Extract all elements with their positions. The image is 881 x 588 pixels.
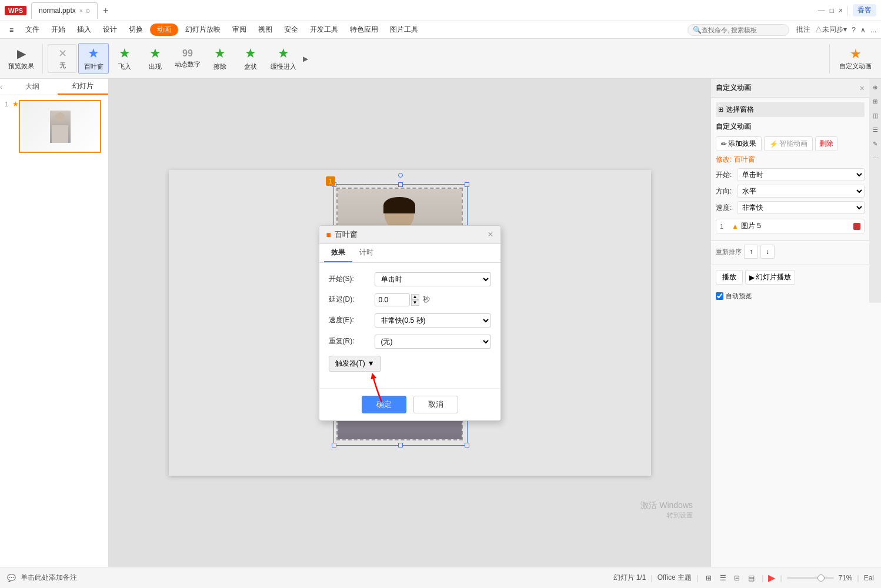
collapse-button[interactable]: ∧: [860, 26, 866, 34]
normal-view-button[interactable]: ⊞: [703, 572, 715, 584]
menu-extra: 批注 △未同步▾ ? ∧ ...: [796, 25, 876, 35]
anim-wipe[interactable]: ★ 擦除: [205, 44, 235, 74]
animation-options: ✕ 无 ★ 百叶窗 ★ 飞入 ★ 出现 99 动态数字 ★ 擦除 ★ 盒状 ★: [48, 43, 825, 74]
dialog-tab-timing[interactable]: 计时: [352, 244, 381, 262]
smart-anim-button[interactable]: ⚡ 智能动画: [764, 136, 813, 151]
menu-item-view[interactable]: 视图: [253, 24, 277, 36]
minimize-icon[interactable]: —: [818, 6, 825, 15]
sidebar-icon-2[interactable]: ⊞: [869, 95, 881, 107]
comment-button[interactable]: 批注: [796, 25, 810, 35]
slide-thumbnail[interactable]: [19, 100, 101, 153]
tab-close-icon[interactable]: ×: [79, 8, 83, 14]
outline-view-button[interactable]: ☰: [717, 572, 729, 584]
dialog-close-button[interactable]: ×: [488, 229, 493, 240]
dialog-tab-effect[interactable]: 效果: [324, 244, 352, 262]
anim-dynamic-num[interactable]: 99 动态数字: [171, 46, 204, 71]
sync-button[interactable]: △未同步▾: [815, 25, 847, 35]
file-tab[interactable]: normal.pptx × ⊙: [31, 2, 98, 19]
ok-button[interactable]: 确定: [362, 396, 406, 413]
toolbar-scroll-more[interactable]: ▶: [302, 55, 309, 63]
menu-item-security[interactable]: 安全: [279, 24, 303, 36]
delay-spin-down[interactable]: ▼: [411, 300, 419, 306]
menu-item-start[interactable]: 开始: [46, 24, 70, 36]
anim-slowin[interactable]: ★ 缓慢进入: [266, 44, 301, 74]
sidebar-icon-1[interactable]: ⊕: [869, 81, 881, 93]
menu-item-dev[interactable]: 开发工具: [305, 24, 343, 36]
speed-select[interactable]: 非常快(0.5 秒) 快速(1 秒) 中速(2 秒) 慢速(3 秒) 非常慢(5…: [375, 313, 491, 328]
menu-item-slideshow[interactable]: 幻灯片放映: [181, 24, 225, 36]
repeat-select[interactable]: (无) 2 3 4 直到下次单击 直到幻灯片末尾: [375, 335, 491, 349]
menu-item-picture[interactable]: 图片工具: [385, 24, 423, 36]
add-effect-button[interactable]: ✏ 添加效果: [716, 136, 762, 151]
right-panel-title: 自定义动画: [716, 83, 860, 93]
menu-item-design[interactable]: 设计: [98, 24, 122, 36]
animation-list-item[interactable]: 1 ▲ 图片 5: [716, 219, 865, 233]
main-layout: ‹ 大纲 幻灯片 1 ★: [0, 79, 881, 567]
slide-canvas[interactable]: 1 − ■ 百叶窗 × 效果 计时: [169, 170, 651, 476]
select-pane-icon: ⊞: [718, 106, 723, 113]
delay-spin-up[interactable]: ▲: [411, 294, 419, 300]
preview-button[interactable]: ▶ 预览效果: [5, 44, 38, 73]
anim-blind[interactable]: ★ 百叶窗: [78, 43, 109, 74]
status-sep2: |: [696, 574, 698, 582]
list-item[interactable]: 1 ★: [5, 100, 104, 153]
slideshow-button[interactable]: ▶ 幻灯片播放: [745, 270, 795, 285]
menu-item-switch[interactable]: 切换: [124, 24, 148, 36]
anim-flyin[interactable]: ★ 飞入: [110, 44, 139, 74]
delay-input[interactable]: [375, 293, 410, 306]
anim-appear[interactable]: ★ 出现: [141, 44, 170, 74]
sidebar-icon-3[interactable]: ◫: [869, 109, 881, 121]
user-badge[interactable]: 香客: [853, 4, 876, 16]
reorder-down-button[interactable]: ↓: [760, 245, 775, 259]
cancel-button[interactable]: 取消: [413, 396, 458, 413]
sidebar-icon-6[interactable]: ⋯: [869, 152, 881, 163]
auto-preview-checkbox[interactable]: [716, 292, 723, 300]
menu-item-animation[interactable]: 动画: [150, 24, 178, 36]
start-dropdown[interactable]: 单击时 与上一动画同时 上一动画后: [737, 168, 865, 181]
start-select[interactable]: 单击时 与上一动画同时 上一动画后: [375, 272, 491, 286]
reading-view-button[interactable]: ▤: [745, 572, 757, 584]
tab-slides[interactable]: 幻灯片: [58, 79, 108, 95]
menu-item-insert[interactable]: 插入: [72, 24, 96, 36]
search-box[interactable]: 🔍: [688, 24, 789, 36]
preview-label: 预览效果: [8, 62, 34, 71]
play-icon[interactable]: ▶: [768, 572, 775, 583]
anim-none[interactable]: ✕ 无: [48, 44, 77, 73]
zoom-slider[interactable]: [787, 577, 834, 579]
menu-item-special[interactable]: 特色应用: [345, 24, 383, 36]
zoom-thumb[interactable]: [817, 574, 825, 582]
maximize-icon[interactable]: □: [830, 6, 834, 15]
slide-sorter-button[interactable]: ⊟: [731, 572, 743, 584]
sidebar-icon-4[interactable]: ☰: [869, 123, 881, 135]
panel-collapse-button[interactable]: ‹: [0, 83, 7, 91]
custom-anim-label: 自定义动画: [839, 62, 872, 71]
box-icon: ★: [245, 46, 256, 61]
more-button[interactable]: ...: [870, 26, 876, 34]
anim-item-dot: [853, 223, 860, 230]
search-input[interactable]: [702, 26, 784, 34]
anim-item-name: 图片 5: [741, 221, 851, 231]
help-button[interactable]: ?: [852, 26, 856, 34]
hamburger-menu[interactable]: ≡: [5, 25, 18, 35]
trigger-button[interactable]: 触发器(T) ▼: [329, 356, 381, 372]
dialog-title-bar: ■ 百叶窗 ×: [319, 226, 500, 244]
action-buttons-row: ✏ 添加效果 ⚡ 智能动画 删除: [716, 136, 865, 151]
titlebar-right: — □ × 香客: [818, 4, 876, 16]
menu-item-file[interactable]: 文件: [21, 24, 44, 36]
menu-item-review[interactable]: 审阅: [228, 24, 251, 36]
select-pane-button[interactable]: ⊞ 选择窗格: [716, 102, 865, 117]
direction-dropdown[interactable]: 水平 垂直: [737, 185, 865, 198]
anim-box[interactable]: ★ 盒状: [236, 44, 265, 74]
reorder-up-button[interactable]: ↑: [744, 245, 758, 259]
speed-dropdown[interactable]: 非常快 快速 中速 慢速: [737, 201, 865, 214]
appear-icon: ★: [149, 46, 161, 61]
custom-animation-button[interactable]: ★ 自定义动画: [835, 44, 876, 73]
tab-outline[interactable]: 大纲: [7, 79, 58, 94]
add-tab-button[interactable]: +: [99, 4, 113, 18]
right-panel-close-button[interactable]: ×: [860, 83, 865, 93]
delete-button[interactable]: 删除: [815, 136, 837, 151]
sidebar-icon-5[interactable]: ✎: [869, 138, 881, 149]
close-icon[interactable]: ×: [839, 6, 843, 15]
play-button[interactable]: 播放: [716, 270, 743, 285]
dialog-footer: 确定 取消: [319, 388, 500, 420]
